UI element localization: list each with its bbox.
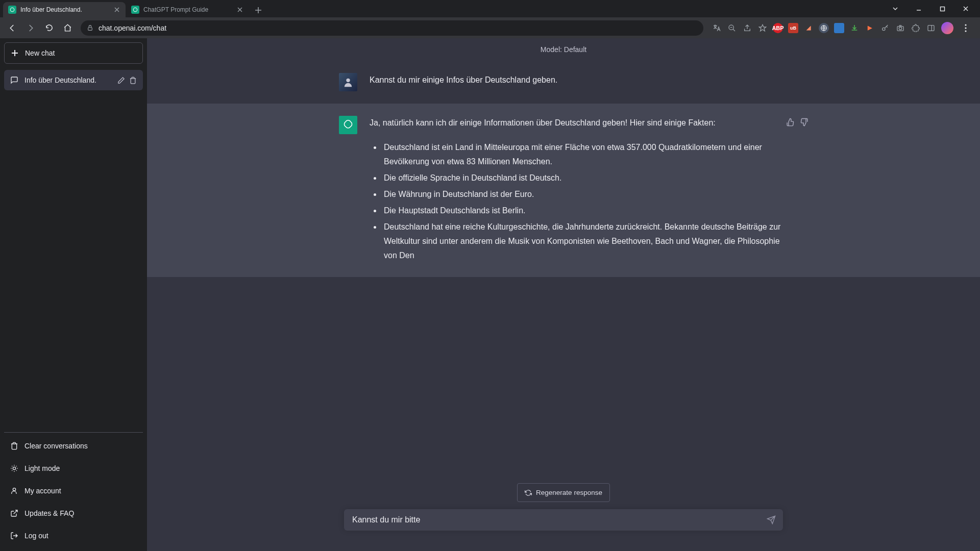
logout-label: Log out — [24, 532, 48, 540]
svg-point-10 — [965, 24, 966, 26]
extension-camera-icon[interactable] — [895, 23, 905, 33]
extension-abp-icon[interactable]: ABP — [773, 23, 783, 33]
favicon-chatgpt-icon — [131, 6, 139, 14]
svg-point-13 — [13, 467, 15, 469]
bottom-area: Regenerate response — [147, 483, 980, 551]
logout-icon — [10, 532, 18, 540]
send-button[interactable] — [767, 515, 776, 524]
logout-link[interactable]: Log out — [4, 524, 143, 547]
message-row-assistant: Ja, natürlich kann ich dir einige Inform… — [147, 104, 980, 277]
address-bar: chat.openai.com/chat ABP uB ◢ ▶ — [0, 17, 980, 38]
thumbs-down-icon[interactable] — [800, 118, 808, 127]
extension-icon[interactable] — [834, 23, 844, 33]
bookmark-icon[interactable] — [757, 23, 768, 33]
zoom-icon[interactable] — [727, 23, 737, 33]
theme-label: Light mode — [24, 464, 60, 472]
window-dropdown-icon[interactable] — [884, 1, 906, 16]
clear-conversations-link[interactable]: Clear conversations — [4, 435, 143, 457]
extension-icon[interactable]: ▶ — [865, 23, 875, 33]
thumbs-up-icon[interactable] — [786, 118, 795, 127]
window-controls — [884, 0, 980, 17]
forward-button[interactable] — [22, 20, 39, 36]
sidebar: New chat Info über Deutschland. Clear co… — [0, 38, 147, 551]
main-content: Model: Default Kannst du mir einige Info… — [147, 38, 980, 551]
extensions-menu-icon[interactable] — [911, 23, 921, 33]
lock-icon — [87, 24, 93, 31]
model-label: Model: Default — [147, 38, 980, 61]
window-maximize-icon[interactable] — [931, 1, 953, 16]
reload-button[interactable] — [41, 20, 57, 36]
list-item: Deutschland ist ein Land in Mitteleuropa… — [382, 140, 788, 169]
message-actions — [786, 118, 808, 127]
sidebar-bottom: Clear conversations Light mode My accoun… — [4, 432, 143, 547]
sun-icon — [10, 464, 18, 472]
tab-bar: Info über Deutschland. ChatGPT Prompt Gu… — [0, 0, 980, 17]
conversation-title: Info über Deutschland. — [24, 76, 111, 84]
tab-title: ChatGPT Prompt Guide — [143, 6, 232, 13]
svg-rect-3 — [88, 28, 92, 30]
conversation-list: Info über Deutschland. — [4, 70, 143, 432]
extension-key-icon[interactable] — [880, 23, 890, 33]
conversation-item[interactable]: Info über Deutschland. — [4, 70, 143, 90]
new-tab-button[interactable] — [251, 3, 265, 17]
delete-icon[interactable] — [129, 77, 137, 84]
conversation-area[interactable]: Kannst du mir einige Infos über Deutschl… — [147, 61, 980, 483]
user-message-text: Kannst du mir einige Infos über Deutschl… — [370, 73, 788, 91]
svg-point-15 — [346, 79, 350, 82]
browser-tab[interactable]: ChatGPT Prompt Guide — [126, 2, 249, 17]
theme-toggle-link[interactable]: Light mode — [4, 457, 143, 480]
edit-icon[interactable] — [117, 77, 125, 84]
message-input-container — [344, 509, 783, 531]
svg-point-12 — [965, 30, 966, 32]
extension-bar: ABP uB ◢ ▶ — [708, 22, 976, 34]
svg-point-0 — [10, 8, 14, 12]
list-item: Die offizielle Sprache in Deutschland is… — [382, 171, 788, 185]
svg-point-14 — [13, 488, 15, 491]
extension-globe-icon[interactable] — [819, 23, 829, 33]
updates-label: Updates & FAQ — [24, 509, 74, 517]
extension-ublock-icon[interactable]: uB — [788, 23, 798, 33]
my-account-link[interactable]: My account — [4, 480, 143, 502]
app-container: New chat Info über Deutschland. Clear co… — [0, 38, 980, 551]
svg-point-6 — [883, 28, 885, 30]
sidepanel-icon[interactable] — [926, 23, 936, 33]
new-chat-label: New chat — [25, 49, 55, 57]
svg-rect-9 — [928, 25, 934, 31]
account-label: My account — [24, 487, 61, 495]
translate-icon[interactable] — [712, 23, 722, 33]
svg-rect-2 — [940, 7, 944, 11]
user-avatar-icon — [339, 73, 357, 91]
svg-point-1 — [133, 8, 137, 12]
share-icon[interactable] — [742, 23, 752, 33]
tab-title: Info über Deutschland. — [20, 6, 109, 13]
regenerate-label: Regenerate response — [536, 489, 602, 496]
message-row-user: Kannst du mir einige Infos über Deutschl… — [147, 61, 980, 104]
assistant-intro-text: Ja, natürlich kann ich dir einige Inform… — [370, 118, 716, 127]
url-text: chat.openai.com/chat — [99, 24, 166, 32]
clear-label: Clear conversations — [24, 442, 88, 450]
extension-download-icon[interactable] — [849, 23, 860, 33]
chat-icon — [10, 76, 18, 84]
window-minimize-icon[interactable] — [908, 1, 930, 16]
extension-icon[interactable]: ◢ — [803, 23, 814, 33]
back-button[interactable] — [4, 20, 20, 36]
browser-menu-icon[interactable] — [959, 24, 973, 32]
new-chat-button[interactable]: New chat — [4, 42, 143, 64]
favicon-chatgpt-icon — [8, 6, 16, 14]
profile-avatar-icon[interactable] — [941, 22, 953, 34]
chatgpt-avatar-icon — [339, 116, 357, 134]
tab-close-icon[interactable] — [113, 6, 120, 13]
omnibox[interactable]: chat.openai.com/chat — [81, 20, 703, 36]
message-input[interactable] — [352, 515, 758, 524]
updates-faq-link[interactable]: Updates & FAQ — [4, 502, 143, 524]
svg-point-8 — [899, 27, 901, 30]
list-item: Deutschland hat eine reiche Kulturgeschi… — [382, 220, 788, 263]
window-close-icon[interactable] — [954, 1, 977, 16]
home-button[interactable] — [59, 20, 76, 36]
assistant-bullet-list: Deutschland ist ein Land in Mitteleuropa… — [370, 140, 788, 263]
regenerate-button[interactable]: Regenerate response — [517, 483, 610, 502]
list-item: Die Währung in Deutschland ist der Euro. — [382, 187, 788, 202]
refresh-icon — [525, 489, 532, 496]
browser-tab-active[interactable]: Info über Deutschland. — [3, 2, 126, 17]
tab-close-icon[interactable] — [236, 6, 243, 13]
